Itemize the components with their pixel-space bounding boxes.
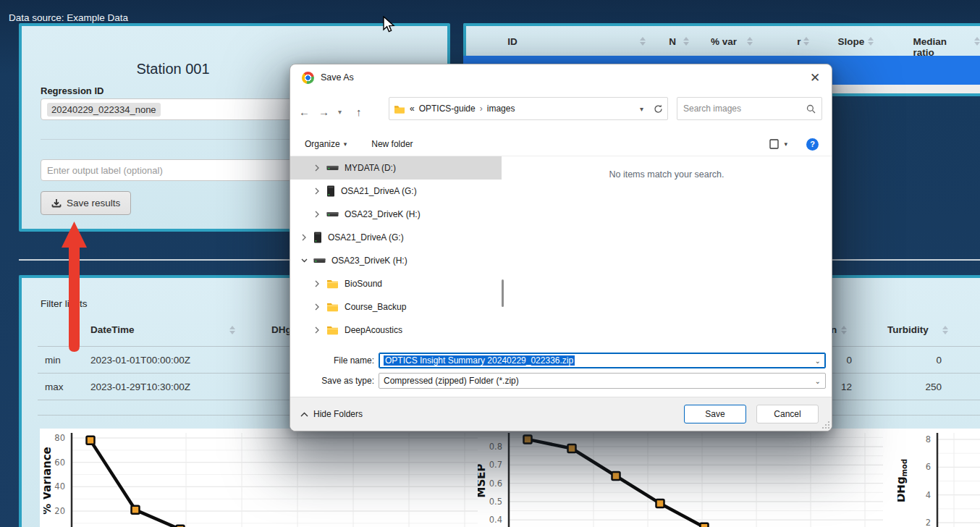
chevron-right-icon[interactable]: [313, 187, 321, 195]
dialog-toolbar: Organize ▾ New folder ▾ ?: [290, 132, 832, 156]
sort-icon[interactable]: [974, 37, 980, 46]
tree-item-label: MYDATA (D:): [345, 163, 396, 173]
folder-icon: [326, 348, 339, 350]
file-name-input[interactable]: OPTICS Insight Summary 20240229_022336.z…: [379, 353, 826, 368]
sort-icon[interactable]: [229, 326, 235, 334]
search-input[interactable]: [677, 104, 806, 114]
breadcrumb-folder[interactable]: OPTICS-guide: [419, 104, 476, 114]
column-header-n[interactable]: N: [669, 36, 676, 47]
save-results-button[interactable]: Save results: [41, 191, 131, 215]
tree-item-mydata-d[interactable]: MYDATA (D:): [290, 156, 502, 180]
folder-tree: MYDATA (D:)OSA21_DriveA (G:)OSA23_DriveK…: [290, 156, 502, 350]
chevron-down-icon[interactable]: [300, 258, 308, 263]
svg-text:40: 40: [54, 481, 65, 492]
chevron-right-icon[interactable]: [313, 326, 321, 334]
svg-text:8: 8: [926, 434, 931, 444]
new-folder-label: New folder: [371, 139, 413, 149]
sort-icon[interactable]: [868, 37, 874, 46]
file-name-value: OPTICS Insight Summary 20240229_022336.z…: [384, 355, 575, 366]
chrome-icon: [302, 72, 314, 84]
sort-icon[interactable]: [803, 37, 809, 46]
chevron-right-icon[interactable]: [313, 280, 321, 287]
save-as-type-label: Save as type:: [295, 376, 374, 386]
view-options-icon[interactable]: ▾: [769, 139, 787, 149]
chart-percent-variance: 20406080% Variance: [43, 429, 478, 527]
sort-icon[interactable]: [640, 37, 646, 46]
tree-scrollbar[interactable]: [502, 279, 504, 307]
hide-folders-label: Hide Folders: [313, 409, 363, 419]
up-icon[interactable]: ↑: [356, 106, 362, 118]
tree-item-docker[interactable]: Docker: [290, 342, 502, 350]
cancel-button[interactable]: Cancel: [756, 405, 819, 423]
save-as-type-chevron-down-icon[interactable]: ⌄: [815, 377, 821, 385]
dialog-body: MYDATA (D:)OSA21_DriveA (G:)OSA23_DriveK…: [290, 156, 832, 350]
svg-text:2: 2: [926, 518, 931, 527]
breadcrumb-subfolder[interactable]: images: [487, 104, 515, 114]
station-title: Station 001: [22, 61, 324, 77]
hide-folders-button[interactable]: Hide Folders: [300, 409, 363, 419]
tree-item-label: OSA23_DriveK (H:): [331, 256, 407, 266]
svg-text:80: 80: [54, 433, 65, 443]
tree-item-course-backup[interactable]: Course_Backup: [290, 295, 502, 319]
tree-item-biosound[interactable]: BioSound: [290, 272, 502, 295]
column-header-turbidity[interactable]: Turbidity: [887, 324, 929, 335]
file-name-chevron-down-icon[interactable]: ⌄: [815, 357, 821, 365]
svg-text:0.6: 0.6: [489, 478, 502, 489]
history-chevron-down-icon[interactable]: ▾: [338, 108, 342, 116]
resize-grip[interactable]: [822, 421, 829, 429]
dialog-titlebar: Save As: [290, 64, 832, 90]
column-header--var[interactable]: % var: [711, 36, 737, 47]
organize-button[interactable]: Organize ▾: [305, 139, 347, 149]
chevron-right-icon[interactable]: [300, 234, 308, 241]
folder-icon: [326, 302, 339, 312]
column-header-id[interactable]: ID: [507, 36, 518, 47]
address-bar[interactable]: « OPTICS-guide › images ▾: [389, 97, 668, 120]
sort-icon[interactable]: [747, 37, 753, 46]
forward-icon[interactable]: →: [318, 106, 329, 118]
folder-icon: [326, 279, 339, 289]
n-value: 0: [846, 355, 852, 366]
drive-tower-icon: [313, 232, 322, 243]
address-chevron-down-icon[interactable]: ▾: [640, 105, 643, 113]
chevron-right-icon[interactable]: [313, 303, 321, 311]
new-folder-button[interactable]: New folder: [371, 139, 413, 149]
back-icon[interactable]: ←: [299, 106, 310, 118]
organize-label: Organize: [305, 139, 340, 149]
column-header-median-ratio[interactable]: Median ratio: [913, 36, 968, 58]
sort-icon[interactable]: [942, 326, 948, 334]
column-header-r[interactable]: r: [797, 36, 801, 47]
svg-text:60: 60: [54, 458, 65, 468]
sort-icon[interactable]: [841, 326, 847, 334]
tree-item-osa23-drivek-h[interactable]: OSA23_DriveK (H:): [290, 249, 502, 272]
column-header-dhg[interactable]: DHg: [271, 324, 292, 335]
refresh-icon[interactable]: [654, 104, 663, 114]
chevron-up-icon: [300, 412, 308, 417]
drive-tower-icon: [326, 185, 335, 197]
mouse-cursor-icon: [382, 16, 397, 33]
tree-item-osa21-drivea-g[interactable]: OSA21_DriveA (G:): [290, 226, 502, 249]
save-button[interactable]: Save: [684, 405, 746, 423]
tree-item-label: BioSound: [345, 279, 382, 289]
help-icon[interactable]: ?: [806, 138, 819, 151]
chevron-right-icon[interactable]: [313, 164, 321, 172]
search-box[interactable]: [677, 97, 822, 120]
sort-icon[interactable]: [683, 37, 689, 46]
close-icon[interactable]: ✕: [798, 64, 832, 90]
column-header-datetime[interactable]: DateTime: [90, 324, 135, 335]
tree-item-deepacoustics[interactable]: DeepAcoustics: [290, 319, 502, 342]
chevron-right-icon[interactable]: [313, 211, 321, 218]
file-name-label: File name:: [295, 355, 374, 366]
chart-msep: 0.40.50.60.70.8MSEP: [478, 429, 883, 527]
save-as-type-select[interactable]: Compressed (zipped) Folder (*.zip) ⌄: [379, 373, 826, 389]
svg-text:20: 20: [54, 506, 65, 516]
svg-text:0.7: 0.7: [489, 460, 502, 470]
tree-item-osa21-drivea-g[interactable]: OSA21_DriveA (G:): [290, 180, 502, 203]
drive-flat-icon: [326, 210, 339, 219]
column-header-slope[interactable]: Slope: [838, 36, 865, 47]
svg-text:0.5: 0.5: [489, 497, 502, 507]
svg-text:% Variance: % Variance: [43, 447, 54, 515]
tree-item-label: OSA23_DriveK (H:): [345, 209, 421, 219]
datetime-value: 2023-01-01T00:00:00Z: [90, 355, 190, 366]
tree-item-label: DeepAcoustics: [345, 325, 402, 335]
tree-item-osa23-drivek-h[interactable]: OSA23_DriveK (H:): [290, 203, 502, 226]
